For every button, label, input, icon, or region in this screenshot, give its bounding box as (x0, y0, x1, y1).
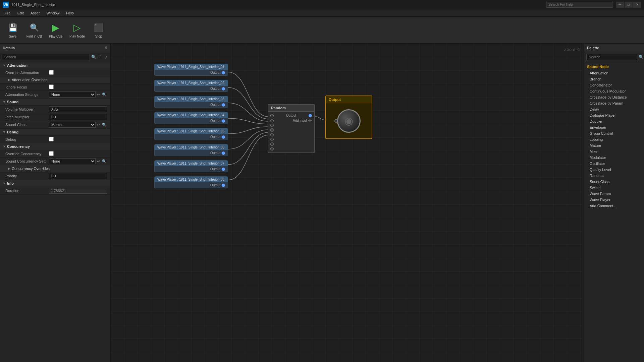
palette-category-sound-node: Sound Node (584, 63, 644, 70)
wave-node-3-body: Output (155, 102, 228, 108)
wave-node-6[interactable]: Wave Player : 1911_Single_Shot_Interior_… (154, 144, 228, 156)
palette-item-quality-level[interactable]: Quality Level (584, 167, 644, 173)
sound-class-search[interactable]: 🔍 (101, 123, 107, 127)
palette-item-soundclass[interactable]: SoundClass (584, 179, 644, 185)
wave-node-2[interactable]: Wave Player : 1911_Single_Shot_Interior_… (154, 80, 228, 92)
details-view-toggle[interactable]: ☰ (98, 55, 102, 59)
play-cue-icon: ▶ (50, 22, 62, 34)
wave-node-6-body: Output (155, 150, 228, 156)
palette-item-wave-player[interactable]: Wave Player (584, 197, 644, 203)
palette-item-looping[interactable]: Looping (584, 136, 644, 142)
menu-window[interactable]: Window (43, 10, 63, 16)
palette-item-continuous-modulator[interactable]: Continuous Modulator (584, 88, 644, 94)
palette-item-enveloper[interactable]: Enveloper (584, 124, 644, 130)
wave-node-4[interactable]: Wave Player : 1911_Single_Shot_Interior_… (154, 112, 228, 124)
main-area: Details ✕ 🔍 ☰ ⊕ ▼ Attenuation Override A… (0, 44, 644, 362)
palette-item-mature[interactable]: Mature (584, 142, 644, 148)
pitch-multiplier-input[interactable] (49, 114, 107, 120)
override-attenuation-checkbox[interactable] (49, 70, 54, 75)
palette-item-oscillator[interactable]: Oscillator (584, 161, 644, 167)
find-in-cb-button[interactable]: 🔍 Find in CB (24, 18, 44, 42)
attenuation-settings-select[interactable]: None (49, 92, 96, 98)
palette-panel: Palette 🔍 Sound Node Attenuation Branch … (584, 44, 644, 362)
section-attenuation-overrides[interactable]: ▶ Attenuation Overrides (0, 76, 110, 83)
override-concurrency-checkbox[interactable] (49, 151, 54, 156)
stop-icon: ⬛ (93, 22, 105, 34)
maximize-button[interactable]: □ (625, 2, 633, 8)
palette-item-dialogue-player[interactable]: Dialogue Player (584, 112, 644, 118)
palette-item-delay[interactable]: Delay (584, 106, 644, 112)
wave-node-8-body: Output (155, 182, 228, 188)
stop-button[interactable]: ⬛ Stop (89, 18, 109, 42)
palette-item-group-control[interactable]: Group Control (584, 130, 644, 136)
play-node-button[interactable]: ▷ Play Node (67, 18, 87, 42)
details-content: ▼ Attenuation Override Attenuation ▶ Att… (0, 62, 110, 362)
wave-node-5[interactable]: Wave Player : 1911_Single_Shot_Interior_… (154, 128, 228, 140)
wave-node-1[interactable]: Wave Player : 1911_Single_Shot_Interior_… (154, 64, 228, 76)
section-concurrency-overrides[interactable]: ▶ Concurrency Overrides (0, 165, 110, 172)
menu-file[interactable]: File (1, 10, 14, 16)
random-node[interactable]: Random Output Add input ➕ (268, 104, 315, 153)
details-close-button[interactable]: ✕ (104, 46, 107, 50)
output-node[interactable]: Output (325, 96, 372, 139)
section-debug[interactable]: ▼ Debug (0, 129, 110, 136)
canvas-area[interactable]: Zoom -1 Wave Player : 1911_Single_Shot_I… (111, 44, 584, 362)
concurrency-search[interactable]: 🔍 (101, 159, 107, 164)
details-panel: Details ✕ 🔍 ☰ ⊕ ▼ Attenuation Override A… (0, 44, 111, 362)
palette-item-wave-param[interactable]: Wave Param (584, 191, 644, 197)
section-sound[interactable]: ▼ Sound (0, 99, 110, 106)
attenuation-settings-search[interactable]: 🔍 (101, 93, 107, 97)
palette-item-branch[interactable]: Branch (584, 76, 644, 82)
wave-node-5-body: Output (155, 134, 228, 140)
wave-node-5-output-port (222, 135, 225, 139)
palette-item-modulator[interactable]: Modulator (584, 155, 644, 161)
volume-multiplier-input[interactable] (49, 106, 107, 112)
ue-logo: UE (3, 2, 9, 8)
wave-node-8-output-port (222, 184, 225, 187)
duration-input[interactable] (49, 188, 107, 194)
priority-input[interactable] (49, 173, 107, 179)
wave-node-3[interactable]: Wave Player : 1911_Single_Shot_Interior_… (154, 96, 228, 108)
palette-search-icon[interactable]: 🔍 (639, 55, 644, 59)
palette-item-switch[interactable]: Switch (584, 185, 644, 191)
save-icon: 💾 (7, 22, 19, 34)
palette-item-concatenator[interactable]: Concatenator (584, 82, 644, 88)
close-button[interactable]: ✕ (633, 2, 641, 8)
add-input-button[interactable]: Add input ➕ (293, 119, 312, 122)
wave-node-8-header: Wave Player : 1911_Single_Shot_Interior_… (155, 177, 228, 182)
random-input-port-3 (270, 133, 274, 136)
sound-concurrency-select[interactable]: None (49, 158, 96, 164)
save-button[interactable]: 💾 Save (3, 18, 23, 42)
section-attenuation[interactable]: ▼ Attenuation (0, 62, 110, 69)
play-cue-button[interactable]: ▶ Play Cue (46, 18, 66, 42)
palette-item-doppler[interactable]: Doppler (584, 118, 644, 124)
menu-edit[interactable]: Edit (14, 10, 27, 16)
play-node-icon: ▷ (71, 22, 83, 34)
wave-node-7[interactable]: Wave Player : 1911_Single_Shot_Interior_… (154, 160, 228, 172)
section-info[interactable]: ▼ Info (0, 180, 110, 187)
sound-class-reset[interactable]: ↩ (96, 123, 101, 127)
sound-class-select[interactable]: Master (49, 122, 96, 128)
search-help-input[interactable] (546, 2, 613, 8)
details-search-icon[interactable]: 🔍 (91, 55, 96, 59)
details-search-input[interactable] (2, 54, 90, 60)
concurrency-reset[interactable]: ↩ (96, 159, 101, 164)
menu-help[interactable]: Help (63, 10, 77, 16)
palette-item-crossfade-distance[interactable]: Crossfade by Distance (584, 94, 644, 100)
wave-node-4-output-port (222, 119, 225, 123)
palette-item-random[interactable]: Random (584, 173, 644, 179)
palette-item-mixer[interactable]: Mixer (584, 148, 644, 155)
palette-item-add-comment[interactable]: Add Comment... (584, 203, 644, 209)
attenuation-settings-reset[interactable]: ↩ (96, 93, 101, 97)
palette-search-input[interactable] (586, 54, 637, 60)
debug-checkbox[interactable] (49, 137, 54, 141)
palette-item-crossfade-param[interactable]: Crossfade by Param (584, 100, 644, 106)
ignore-focus-checkbox[interactable] (49, 84, 54, 89)
details-expand-toggle[interactable]: ⊕ (104, 55, 108, 59)
section-concurrency[interactable]: ▼ Concurrency (0, 143, 110, 150)
palette-item-attenuation[interactable]: Attenuation (584, 70, 644, 76)
wave-node-8[interactable]: Wave Player : 1911_Single_Shot_Interior_… (154, 176, 228, 188)
menu-asset[interactable]: Asset (27, 10, 43, 16)
palette-search-bar: 🔍 (584, 52, 644, 62)
minimize-button[interactable]: ─ (616, 2, 624, 8)
